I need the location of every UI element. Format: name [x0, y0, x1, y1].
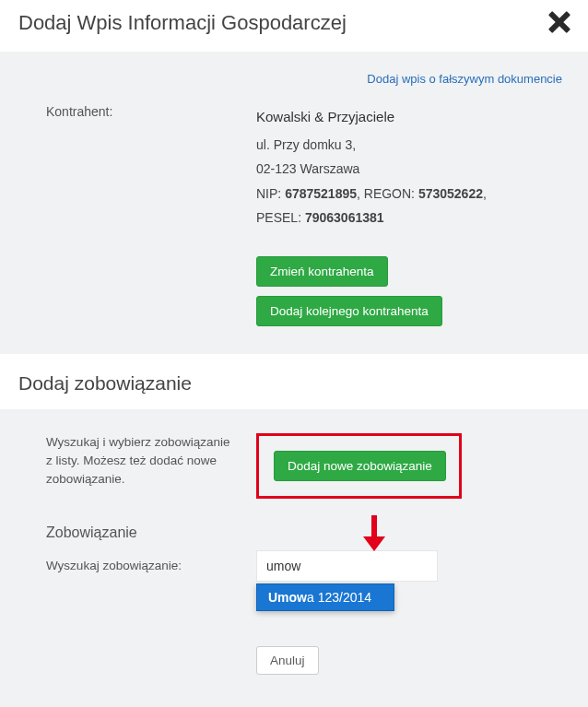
kontrahent-label: Kontrahent: — [46, 104, 112, 119]
company-street: ul. Przy domku 3, — [256, 133, 562, 158]
obligation-subhead: Zobowiązanie — [46, 524, 562, 541]
fake-document-link[interactable]: Dodaj wpis o fałszywym dokumencie — [26, 68, 562, 104]
company-ids: NIP: 6787521895, REGON: 573052622, — [256, 182, 562, 206]
company-city: 02-123 Warszawa — [256, 157, 562, 182]
add-obligation-highlight: Dodaj nowe zobowiązanie — [256, 433, 462, 499]
search-obligation-label: Wyszukaj zobowiązanie: — [46, 559, 182, 572]
add-new-obligation-button[interactable]: Dodaj nowe zobowiązanie — [274, 451, 446, 481]
search-obligation-input[interactable] — [256, 550, 438, 582]
company-name: Kowalski & Przyjaciele — [256, 104, 562, 131]
change-contractor-button[interactable]: Zmień kontrahenta — [256, 256, 388, 287]
add-next-contractor-button[interactable]: Dodaj kolejnego kontrahenta — [256, 296, 442, 326]
close-icon[interactable] — [546, 11, 570, 35]
autocomplete-option[interactable]: Umowa 123/2014 — [256, 583, 394, 611]
cancel-button[interactable]: Anuluj — [256, 646, 319, 675]
page-title: Dodaj Wpis Informacji Gospodarczej — [18, 11, 347, 35]
autocomplete-match: Umow — [268, 590, 307, 605]
obligation-section-title: Dodaj zobowiązanie — [0, 354, 588, 409]
company-pesel: PESEL: 79063061381 — [256, 206, 562, 230]
obligation-hint: Wyszukaj i wybierz zobowiązanie z listy.… — [46, 435, 229, 487]
autocomplete-rest: a 123/2014 — [307, 590, 371, 605]
